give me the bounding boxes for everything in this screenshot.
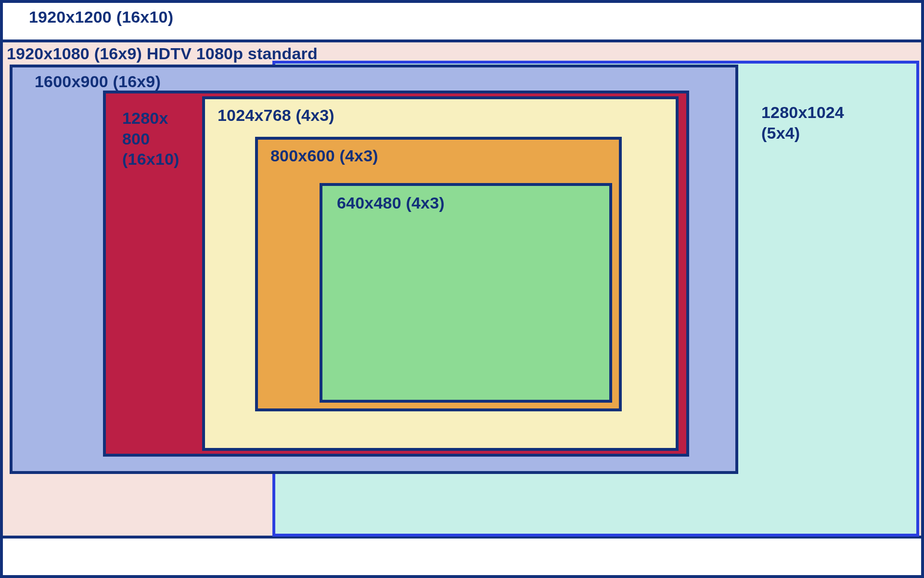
label-640x480: 640x480 (4x3) bbox=[337, 193, 445, 213]
label-924x578: 924x578 (16x10) bbox=[29, 7, 173, 27]
label-800x600: 800x600 (4x3) bbox=[270, 145, 378, 166]
label-1920x1080: 1920x1080 (16x9) HDTV 1080p standard bbox=[7, 43, 318, 64]
label-1280x1024: 1280x1024 (5x4) bbox=[761, 102, 844, 143]
resolution-diagram: 924x578 (16x10) 1920x1080 (16x9) HDTV … bbox=[0, 0, 924, 578]
box-640x480 bbox=[320, 183, 612, 403]
label-1280x800: 1280x 800 (16x10) bbox=[122, 108, 180, 170]
label-1600x900: 1600x900 (16x9) bbox=[35, 71, 161, 92]
label-1024x768: 1024x768 (4x3) bbox=[218, 105, 334, 126]
